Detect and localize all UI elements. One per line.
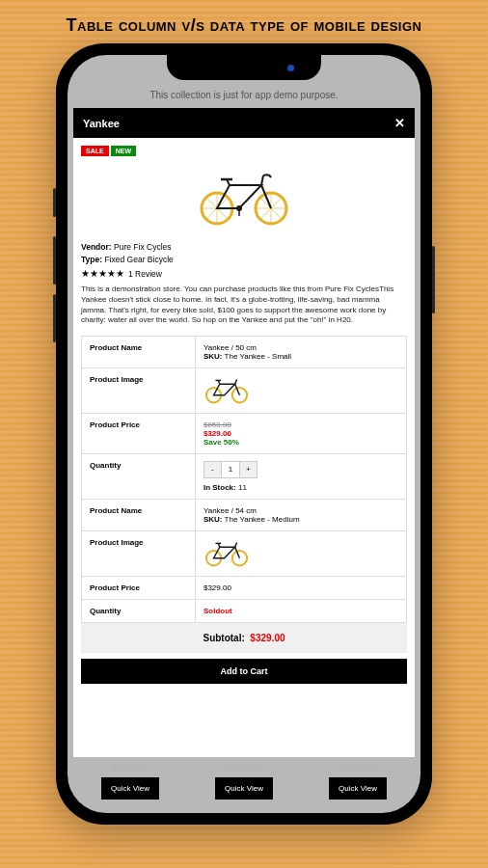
list-item: ☆☆☆☆☆ Quick View (305, 763, 411, 800)
list-item: ☆☆☆☆☆ Quick View (191, 763, 297, 800)
add-to-cart-button[interactable]: Add to Cart (81, 659, 407, 684)
phone-frame: This collection is just for app demo pur… (56, 43, 432, 825)
list-item: ☆☆☆☆☆ Quick View (77, 763, 183, 800)
qty-plus-button[interactable]: + (239, 462, 257, 477)
table-row: Product Image (82, 531, 407, 577)
bicycle-icon (203, 538, 250, 567)
close-icon[interactable]: ✕ (394, 116, 405, 130)
type-row: Type: Fixed Gear Bicycle (81, 255, 407, 264)
svg-line-13 (271, 198, 282, 208)
svg-line-20 (261, 176, 263, 185)
quick-view-button[interactable]: Quick View (101, 777, 159, 800)
modal-header: Yankee ✕ (73, 108, 415, 138)
review-count: 1 Review (128, 269, 162, 279)
qty-minus-button[interactable]: - (204, 462, 222, 477)
bicycle-icon (196, 168, 292, 226)
qty-input[interactable] (222, 462, 239, 477)
rating-stars-empty: ☆☆☆☆☆ (305, 763, 411, 773)
svg-line-8 (206, 208, 217, 219)
phone-notch (167, 55, 321, 80)
vendor-row: Vendor: Pure Fix Cycles (81, 242, 407, 252)
quantity-stepper[interactable]: -+ (203, 461, 258, 478)
rating-stars-empty: ☆☆☆☆☆ (191, 763, 297, 773)
svg-line-15 (271, 208, 282, 219)
subtotal-row: Subtotal: $329.00 (81, 623, 407, 653)
rating-stars: ★★★★★1 Review (81, 268, 407, 279)
rating-stars-empty: ☆☆☆☆☆ (77, 763, 183, 773)
table-row: Product Image (82, 368, 407, 414)
table-row: QuantitySoldout (82, 600, 407, 623)
page-heading: Table column v/s data type of mobile des… (0, 0, 488, 43)
modal-title: Yankee (83, 118, 120, 129)
table-row: Quantity -+ In Stock: 11 (82, 454, 407, 500)
demo-banner: This collection is just for app demo pur… (68, 82, 420, 108)
bicycle-icon (203, 375, 250, 404)
table-row: Product NameYankee / 50 cmSKU: The Yanke… (82, 337, 407, 368)
svg-line-7 (217, 208, 228, 219)
quick-view-button[interactable]: Quick View (215, 777, 273, 800)
svg-line-6 (206, 198, 217, 208)
svg-point-24 (232, 388, 247, 402)
table-row: Product Price$329.00 (82, 577, 407, 600)
variant-table: Product NameYankee / 50 cmSKU: The Yanke… (81, 336, 407, 623)
product-modal: Yankee ✕ SALE NEW (73, 108, 415, 757)
svg-line-27 (235, 380, 237, 385)
svg-point-29 (232, 551, 247, 565)
svg-line-16 (260, 208, 271, 219)
product-description: This is a demonstration store. You can p… (81, 285, 407, 326)
sale-badge: SALE (81, 146, 109, 156)
quick-view-button[interactable]: Quick View (329, 777, 387, 800)
new-badge: NEW (111, 146, 136, 156)
table-row: Product Price$658.00$329.00Save 50% (82, 414, 407, 454)
background-cards: ☆☆☆☆☆ Quick View ☆☆☆☆☆ Quick View ☆☆☆☆☆ … (68, 757, 420, 813)
soldout-label: Soldout (203, 607, 232, 615)
table-row: Product NameYankee / 54 cmSKU: The Yanke… (82, 500, 407, 531)
product-hero-image (81, 160, 407, 239)
